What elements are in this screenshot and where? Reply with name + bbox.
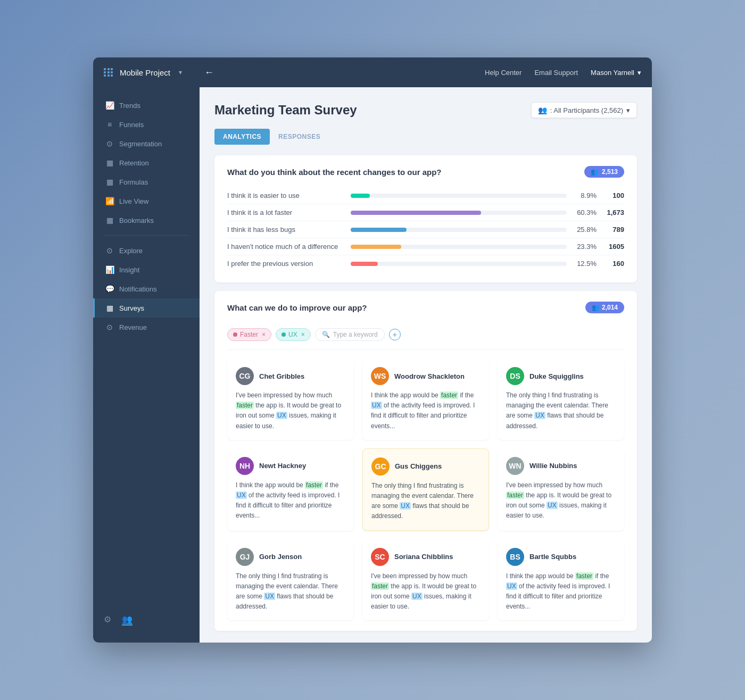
sidebar-item-bookmarks[interactable]: ▦ Bookmarks: [93, 211, 200, 230]
bar-track: [351, 211, 567, 215]
keyword-input[interactable]: 🔍 Type a keyword: [315, 328, 385, 341]
participants-badge[interactable]: 👥 : All Participants (2,562) ▾: [531, 102, 637, 118]
settings-icon[interactable]: ⚙: [104, 614, 111, 626]
card2-header: What can we do to improve our app? 👥 2,0…: [227, 302, 624, 313]
segmentation-icon: ⊙: [105, 139, 114, 148]
add-tag-button[interactable]: +: [389, 329, 401, 340]
user-menu[interactable]: Mason Yarnell ▾: [591, 69, 641, 77]
highlight-faster: faster: [371, 582, 389, 590]
sidebar-item-live-view[interactable]: 📶 Live View: [93, 191, 200, 211]
bar-pct: 8.9%: [573, 191, 597, 199]
avatar: GC: [371, 457, 390, 476]
avatar: NH: [236, 457, 254, 475]
chevron-down-icon[interactable]: ▾: [179, 69, 182, 76]
sidebar-item-label: Live View: [119, 197, 148, 205]
faster-remove-icon[interactable]: ×: [262, 331, 266, 338]
app-container: Mobile Project ▾ ← Help Center Email Sup…: [93, 57, 652, 643]
bar-fill: [351, 211, 481, 215]
respondents1-count: 2,513: [602, 168, 618, 176]
project-name[interactable]: Mobile Project: [120, 68, 170, 77]
response-text: The only thing I find frustrating is man…: [371, 481, 480, 522]
sidebar-item-label: Formulas: [119, 178, 148, 186]
highlight-ux: UX: [506, 582, 517, 590]
highlight-ux: UX: [264, 593, 275, 600]
highlight-ux: UX: [547, 502, 558, 509]
live-view-icon: 📶: [105, 197, 114, 205]
faster-dot: [233, 332, 237, 337]
response-user: BS Bartle Squbbs: [506, 548, 616, 566]
sidebar-item-notifications[interactable]: 💬 Notifications: [93, 279, 200, 298]
question1-text: What do you think about the recent chang…: [227, 168, 442, 177]
bar-label: I think it has less bugs: [227, 226, 344, 234]
sidebar-divider: [104, 235, 189, 236]
sidebar-item-retention[interactable]: ▦ Retention: [93, 153, 200, 172]
question2-respondents: 👥 2,014: [585, 302, 624, 313]
avatar: GJ: [236, 548, 254, 566]
bar-label: I think it is easier to use: [227, 191, 344, 199]
keyword-text: Type a keyword: [333, 331, 378, 338]
avatar: DS: [506, 367, 524, 385]
response-text: I've been impressed by how much faster t…: [236, 390, 345, 431]
sidebar-item-segmentation[interactable]: ⊙ Segmentation: [93, 134, 200, 153]
sidebar-item-revenue[interactable]: ⊙ Revenue: [93, 318, 200, 337]
response-user: NH Newt Hackney: [236, 457, 345, 475]
participants-icon: 👥: [538, 106, 547, 114]
sidebar: 📈 Trends ≡ Funnels ⊙ Segmentation ▦ Rete…: [93, 87, 200, 643]
sidebar-item-insight[interactable]: 📊 Insight: [93, 260, 200, 279]
nav-right: Help Center Email Support Mason Yarnell …: [485, 69, 641, 77]
sidebar-item-label: Insight: [119, 266, 139, 274]
tab-responses[interactable]: RESPONSES: [270, 129, 329, 145]
sidebar-item-label: Notifications: [119, 285, 157, 293]
grid-icon[interactable]: [104, 68, 113, 77]
user-name: Newt Hackney: [259, 462, 306, 470]
response-user: DS Duke Squigglins: [506, 367, 616, 385]
sidebar-item-explore[interactable]: ⊙ Explore: [93, 241, 200, 260]
respondents1-icon: 👥: [591, 168, 599, 176]
user-name: Chet Gribbles: [259, 372, 304, 380]
formulas-icon: ▦: [105, 178, 114, 186]
sidebar-item-funnels[interactable]: ≡ Funnels: [93, 115, 200, 134]
tags-filter: Faster × UX × 🔍 Type a keyword +: [227, 323, 624, 350]
card1-header: What do you think about the recent chang…: [227, 166, 624, 178]
email-support-link[interactable]: Email Support: [534, 69, 578, 77]
trends-icon: 📈: [105, 101, 114, 110]
notifications-icon: 💬: [105, 285, 114, 293]
sidebar-item-label: Bookmarks: [119, 216, 154, 224]
team-icon[interactable]: 👥: [122, 614, 133, 626]
response-text: I think the app would be faster if the U…: [236, 480, 345, 521]
bar-pct: 25.8%: [573, 226, 597, 234]
question2-card: What can we do to improve our app? 👥 2,0…: [214, 291, 637, 631]
revenue-icon: ⊙: [105, 323, 114, 331]
highlight-ux: UX: [534, 412, 545, 419]
back-button[interactable]: ←: [204, 67, 214, 78]
tag-ux[interactable]: UX ×: [276, 328, 311, 341]
user-name: Gorb Jenson: [259, 553, 302, 561]
bookmarks-icon: ▦: [105, 216, 114, 224]
avatar: BS: [506, 548, 524, 566]
bar-row: I prefer the previous version 12.5% 160: [227, 255, 624, 272]
help-center-link[interactable]: Help Center: [485, 69, 522, 77]
insight-icon: 📊: [105, 265, 114, 274]
user-name: Duke Squigglins: [529, 372, 584, 380]
sidebar-item-surveys[interactable]: ▦ Surveys: [93, 298, 200, 318]
sidebar-item-label: Explore: [119, 247, 143, 255]
tab-analytics[interactable]: ANALYTICS: [214, 129, 270, 145]
highlight-ux: UX: [236, 491, 247, 499]
funnels-icon: ≡: [105, 120, 114, 129]
response-card: CG Chet Gribbles I've been impressed by …: [227, 359, 354, 440]
sidebar-item-formulas[interactable]: ▦ Formulas: [93, 172, 200, 191]
ux-remove-icon[interactable]: ×: [301, 331, 305, 338]
response-text: I've been impressed by how much faster t…: [506, 480, 616, 521]
faster-label: Faster: [240, 331, 258, 338]
top-nav: Mobile Project ▾ ← Help Center Email Sup…: [93, 57, 652, 87]
response-card: GC Gus Chiggens The only thing I find fr…: [362, 448, 489, 531]
surveys-icon: ▦: [105, 304, 114, 312]
response-user: WS Woodrow Shackleton: [371, 367, 481, 385]
tag-faster[interactable]: Faster ×: [227, 328, 271, 341]
user-chevron-icon: ▾: [638, 69, 641, 77]
sidebar-item-trends[interactable]: 📈 Trends: [93, 96, 200, 115]
bar-fill: [351, 262, 378, 266]
tabs: ANALYTICS RESPONSES: [214, 129, 637, 145]
sidebar-item-label: Revenue: [119, 323, 147, 331]
highlight-ux: UX: [411, 593, 423, 600]
